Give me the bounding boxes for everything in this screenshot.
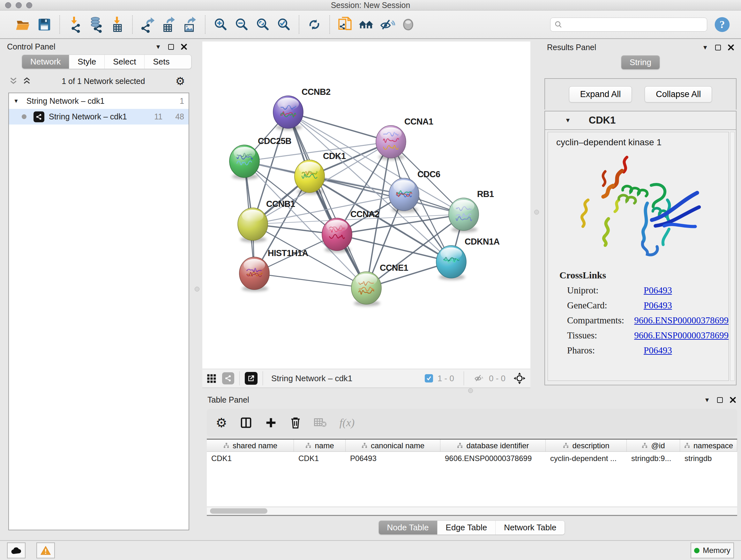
float-panel-icon[interactable] bbox=[715, 45, 721, 51]
expand-all-button[interactable]: Expand All bbox=[569, 86, 632, 103]
network-node-RB1[interactable]: RB1 bbox=[449, 189, 494, 233]
gene-expander-icon[interactable]: ▼ bbox=[565, 117, 571, 124]
open-session-button[interactable] bbox=[13, 14, 34, 35]
table-cell[interactable]: stringdb:9... bbox=[627, 452, 680, 464]
results-scrollbar[interactable] bbox=[730, 132, 735, 381]
zoom-in-button[interactable] bbox=[210, 14, 231, 35]
float-panel-icon[interactable] bbox=[168, 44, 174, 50]
network-node-CDKN1A[interactable]: CDKN1A bbox=[436, 237, 500, 280]
collapse-all-button[interactable]: Collapse All bbox=[645, 86, 712, 103]
zoom-fit-button[interactable] bbox=[252, 14, 273, 35]
network-node-CCNB1[interactable]: CCNB1 bbox=[238, 199, 295, 242]
collapse-all-icon[interactable] bbox=[9, 77, 18, 85]
zoom-out-button[interactable] bbox=[231, 14, 252, 35]
application-window: Session: New Session bbox=[0, 0, 741, 560]
network-node-CCNB2[interactable]: CCNB2 bbox=[273, 87, 331, 130]
column-header[interactable]: shared name bbox=[207, 440, 294, 451]
zoom-selected-button[interactable] bbox=[273, 14, 294, 35]
memory-button[interactable]: Memory bbox=[690, 543, 734, 558]
network-row-selected[interactable]: String Network – cdk1 11 48 bbox=[9, 109, 189, 125]
table-cell[interactable]: stringdb bbox=[680, 452, 737, 464]
tab-select[interactable]: Select bbox=[105, 55, 144, 69]
export-table-button[interactable] bbox=[158, 14, 179, 35]
scrollbar-thumb[interactable] bbox=[210, 508, 267, 514]
network-collection-row[interactable]: ▼ String Network – cdk1 1 bbox=[9, 93, 189, 109]
cloud-status-button[interactable] bbox=[7, 543, 25, 558]
table-cell[interactable]: CDK1 bbox=[294, 452, 346, 464]
close-panel-icon[interactable] bbox=[728, 44, 734, 51]
export-network-button[interactable] bbox=[137, 14, 158, 35]
node-label: RB1 bbox=[477, 189, 494, 199]
clone-network-button[interactable] bbox=[334, 14, 355, 35]
table-settings-gear-icon[interactable]: ⚙ bbox=[216, 415, 227, 430]
refresh-button[interactable] bbox=[304, 14, 325, 35]
tab-string[interactable]: String bbox=[621, 56, 660, 69]
table-row[interactable]: CDK1CDK1P064939606.ENSP00000378699cyclin… bbox=[207, 452, 737, 464]
expand-all-icon[interactable] bbox=[22, 77, 31, 85]
open-in-window-icon[interactable] bbox=[245, 372, 258, 385]
tab-node-table[interactable]: Node Table bbox=[379, 521, 437, 535]
table-horizontal-scrollbar[interactable] bbox=[207, 507, 737, 515]
import-network-database-button[interactable] bbox=[85, 14, 107, 35]
column-header[interactable]: canonical name bbox=[346, 440, 441, 451]
crosslink-tissues-link[interactable]: 9606.ENSP00000378699 bbox=[634, 330, 729, 341]
node-table[interactable]: shared namenamecanonical namedatabase id… bbox=[207, 439, 737, 506]
gene-header-row[interactable]: ▼ CDK1 bbox=[545, 111, 736, 130]
show-graphics-button[interactable] bbox=[398, 14, 419, 35]
column-header[interactable]: @id bbox=[627, 440, 680, 451]
save-session-button[interactable] bbox=[34, 14, 55, 35]
left-splitter-handle[interactable] bbox=[195, 287, 199, 292]
export-image-button[interactable] bbox=[179, 14, 200, 35]
network-canvas[interactable]: CCNB2CCNA1CDC25BCDK1CDC6RB1CCNB1CCNA2CDK… bbox=[202, 42, 530, 369]
gene-details: cyclin–dependent kinase 1 bbox=[548, 132, 729, 381]
table-cell[interactable]: cyclin-dependent ... bbox=[546, 452, 627, 464]
horizontal-splitter-handle[interactable] bbox=[468, 388, 473, 393]
warnings-button[interactable] bbox=[37, 543, 55, 558]
column-header[interactable]: description bbox=[546, 440, 627, 451]
tab-style[interactable]: Style bbox=[69, 55, 105, 69]
network-node-CDC25B[interactable]: CDC25B bbox=[229, 136, 291, 179]
column-header[interactable]: name bbox=[294, 440, 346, 451]
crosslink-compartments-link[interactable]: 9606.ENSP00000378699 bbox=[634, 315, 729, 326]
collection-expander-icon[interactable]: ▼ bbox=[13, 98, 19, 105]
panel-menu-icon[interactable]: ▼ bbox=[155, 44, 161, 51]
tab-network[interactable]: Network bbox=[22, 55, 69, 69]
network-type-icon[interactable] bbox=[222, 372, 234, 384]
table-cell[interactable]: 9606.ENSP00000378699 bbox=[441, 452, 546, 464]
float-panel-icon[interactable] bbox=[717, 397, 723, 403]
string-home-button[interactable] bbox=[355, 14, 377, 35]
column-header[interactable]: database identifier bbox=[441, 440, 546, 451]
table-cell[interactable]: P06493 bbox=[346, 452, 441, 464]
help-button[interactable]: ? bbox=[712, 14, 733, 35]
right-splitter-handle[interactable] bbox=[534, 210, 539, 214]
panel-menu-icon[interactable]: ▼ bbox=[702, 44, 708, 51]
tab-network-table[interactable]: Network Table bbox=[495, 521, 564, 535]
network-label: String Network – cdk1 bbox=[49, 112, 127, 121]
add-column-icon[interactable] bbox=[265, 417, 277, 429]
panel-menu-icon[interactable]: ▼ bbox=[704, 396, 710, 403]
close-panel-icon[interactable] bbox=[181, 44, 187, 50]
hide-graphics-button[interactable] bbox=[377, 14, 398, 35]
network-node-CCNE1[interactable]: CCNE1 bbox=[351, 263, 408, 306]
network-node-CCNA1[interactable]: CCNA1 bbox=[376, 117, 433, 160]
column-header[interactable]: namespace bbox=[680, 440, 737, 451]
crosslink-pharos-link[interactable]: P06493 bbox=[644, 345, 672, 356]
birdseye-grid-icon[interactable] bbox=[207, 373, 218, 384]
network-node-HIST1H1A[interactable]: HIST1H1A bbox=[239, 248, 308, 292]
import-table-button[interactable] bbox=[107, 14, 128, 35]
close-panel-icon[interactable] bbox=[730, 397, 736, 403]
show-columns-icon[interactable] bbox=[240, 417, 252, 429]
delete-column-icon[interactable] bbox=[290, 416, 301, 429]
crosslink-uniprot-link[interactable]: P06493 bbox=[644, 285, 672, 296]
search-input[interactable] bbox=[566, 20, 703, 29]
tab-sets[interactable]: Sets bbox=[144, 55, 178, 69]
tab-edge-table[interactable]: Edge Table bbox=[437, 521, 495, 535]
network-options-gear-icon[interactable]: ⚙ bbox=[176, 75, 185, 87]
selected-checkbox-icon[interactable] bbox=[425, 374, 433, 382]
fit-selected-crosshair-icon[interactable] bbox=[513, 372, 526, 385]
crosslink-genecard-link[interactable]: P06493 bbox=[644, 300, 672, 311]
toolbar-separator bbox=[263, 371, 263, 385]
import-network-file-button[interactable] bbox=[64, 14, 85, 35]
table-cell[interactable]: CDK1 bbox=[207, 452, 294, 464]
export-table-icon bbox=[160, 16, 177, 33]
